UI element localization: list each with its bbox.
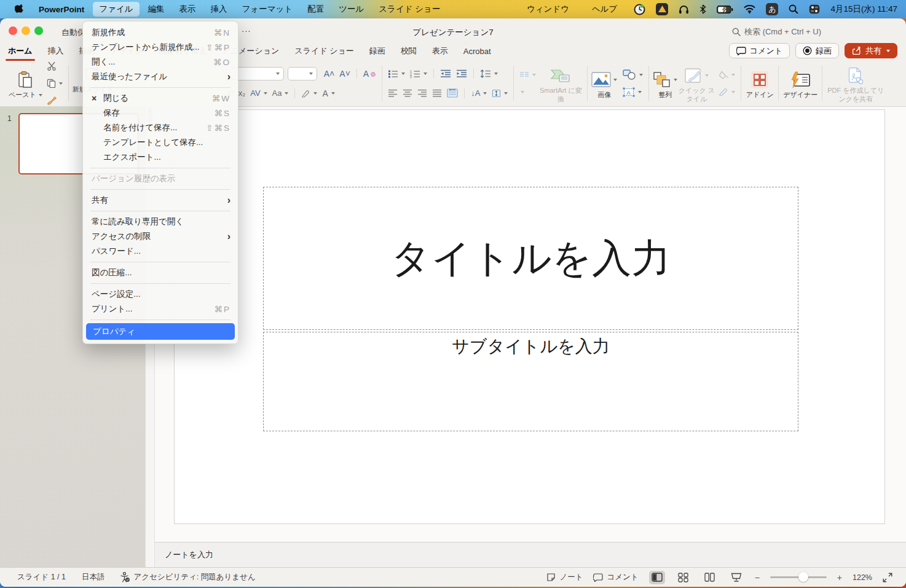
menubar-item-insert[interactable]: 挿入 [205, 2, 234, 17]
align-text-vertical-button[interactable] [490, 86, 510, 101]
fullscreen-button[interactable] [883, 573, 892, 582]
character-spacing-button[interactable]: AV [248, 86, 269, 101]
arrange-button[interactable]: 整列 [653, 68, 677, 99]
comments-toggle-button[interactable]: コメント [593, 572, 638, 582]
font-color-button[interactable]: A [320, 86, 336, 101]
control-center-icon[interactable] [809, 3, 820, 15]
shape-outline-button[interactable] [717, 85, 737, 100]
menubar-item-edit[interactable]: 編集 [142, 2, 171, 17]
zoom-slider[interactable] [770, 576, 827, 578]
increase-font-button[interactable]: A˄ [322, 66, 337, 81]
highlight-color-button[interactable] [299, 86, 319, 101]
menu-item-save-as-template[interactable]: テンプレートとして保存... [83, 135, 238, 150]
menubar-item-tools[interactable]: ツール [333, 2, 370, 17]
reading-view-button[interactable] [702, 571, 718, 584]
text-effects-button[interactable] [518, 85, 538, 100]
spotlight-icon[interactable] [789, 3, 798, 15]
clock-app-icon[interactable] [634, 3, 645, 15]
decrease-indent-button[interactable] [438, 66, 453, 81]
clear-formatting-button[interactable]: A [361, 66, 378, 81]
menu-item-new[interactable]: 新規作成⌘N [83, 25, 238, 40]
zoom-level[interactable]: 122% [853, 573, 872, 582]
menubar-item-file[interactable]: ファイル [93, 2, 139, 17]
record-button[interactable]: 録画 [795, 43, 839, 58]
tab-view[interactable]: 表示 [431, 43, 449, 59]
slide-sorter-view-button[interactable] [676, 571, 691, 584]
menubar-clock[interactable]: 4月15日(水) 11:47 [830, 4, 897, 15]
menu-item-export[interactable]: エクスポート... [83, 150, 238, 165]
copy-button[interactable] [45, 76, 65, 91]
menu-item-save-as[interactable]: 名前を付けて保存...⇧⌘S [83, 120, 238, 135]
menu-item-new-from-template[interactable]: テンプレートから新規作成...⇧⌘P [83, 40, 238, 55]
accessibility-status[interactable]: アクセシビリティ: 問題ありません [120, 572, 255, 582]
menu-item-passwords[interactable]: パスワード... [83, 244, 238, 259]
slide-canvas[interactable]: タイトルを入力 サブタイトルを入力 [174, 109, 885, 524]
share-button[interactable]: 共有 [845, 43, 897, 58]
menu-item-recent-files[interactable]: 最近使ったファイル [83, 69, 238, 84]
tab-review[interactable]: 校閲 [400, 43, 418, 59]
align-right-button[interactable] [416, 86, 429, 101]
menu-item-restrict-access[interactable]: アクセスの制限 [83, 229, 238, 244]
add-remove-columns-button[interactable] [445, 86, 460, 101]
columns-button[interactable] [518, 68, 538, 82]
menubar-item-format[interactable]: フォーマット [236, 2, 299, 17]
menubar-app-name[interactable]: PowerPoint [33, 3, 90, 16]
menu-item-close[interactable]: ×閉じる⌘W [83, 91, 238, 106]
tab-acrobat[interactable]: Acrobat [462, 44, 492, 58]
designer-button[interactable]: デザイナー [782, 68, 818, 99]
decrease-font-button[interactable]: A˅ [337, 66, 352, 81]
justify-button[interactable] [430, 86, 444, 101]
paste-button[interactable]: ペースト [9, 68, 42, 99]
align-center-button[interactable] [401, 86, 414, 101]
headphones-icon[interactable] [679, 3, 689, 15]
menubar-item-view[interactable]: 表示 [173, 2, 202, 17]
subtitle-placeholder[interactable]: サブタイトルを入力 [263, 332, 798, 431]
slideshow-view-button[interactable] [728, 571, 744, 584]
text-direction-button[interactable]: ↓A [469, 86, 489, 101]
menubar-item-help[interactable]: ヘルプ [586, 2, 623, 17]
battery-icon[interactable] [717, 3, 733, 15]
bullets-button[interactable] [386, 66, 407, 81]
notes-pane[interactable]: ノートを入力 [155, 542, 906, 567]
increase-indent-button[interactable] [454, 66, 469, 81]
font-size-select[interactable] [288, 67, 317, 80]
utility-app-icon[interactable] [656, 3, 668, 15]
zoom-out-button[interactable]: − [755, 573, 760, 582]
wifi-icon[interactable] [744, 3, 755, 15]
menu-item-page-setup[interactable]: ページ設定... [83, 287, 238, 302]
create-pdf-button[interactable]: PDF を作成してリンクを共有 [826, 63, 885, 103]
picture-button[interactable]: 画像 [591, 68, 617, 99]
zoom-slider-knob[interactable] [798, 572, 808, 582]
menubar-item-slideshow[interactable]: スライド ショー [372, 2, 446, 17]
quick-styles-button[interactable]: クイック スタイル [677, 63, 715, 103]
normal-view-button[interactable] [649, 571, 665, 584]
shape-fill-button[interactable] [717, 68, 737, 82]
bluetooth-icon[interactable] [699, 3, 706, 15]
input-source-icon[interactable]: あ [766, 3, 778, 15]
menu-item-properties[interactable]: プロパティ [86, 323, 235, 340]
tab-record[interactable]: 録画 [368, 43, 387, 59]
tab-home[interactable]: ホーム [7, 43, 34, 59]
cut-button[interactable] [45, 59, 65, 74]
zoom-in-button[interactable]: + [837, 573, 842, 582]
comments-button[interactable]: コメント [729, 43, 790, 58]
tab-insert[interactable]: 挿入 [47, 43, 65, 59]
numbering-button[interactable]: 123 [408, 66, 429, 81]
apple-menu-icon[interactable] [9, 2, 30, 17]
language-indicator[interactable]: 日本語 [82, 572, 105, 582]
menu-item-print[interactable]: プリント...⌘P [83, 302, 238, 316]
line-spacing-button[interactable] [478, 66, 500, 81]
menu-item-always-read-only[interactable]: 常に読み取り専用で開く [83, 214, 238, 229]
menu-item-compress-pictures[interactable]: 図の圧縮... [83, 265, 238, 280]
addins-button[interactable]: アドイン [745, 68, 774, 99]
text-box-button[interactable]: A [621, 85, 645, 100]
align-left-button[interactable] [386, 86, 400, 101]
title-placeholder[interactable]: タイトルを入力 [263, 187, 798, 330]
search-field[interactable]: 検索 (Cmd + Ctrl + U) [732, 26, 821, 37]
change-case-button[interactable]: Aa [270, 86, 291, 101]
menu-item-share[interactable]: 共有 [83, 193, 238, 208]
tab-slideshow[interactable]: スライド ショー [293, 43, 355, 59]
menubar-item-window[interactable]: ウィンドウ [521, 2, 575, 17]
menubar-item-arrange[interactable]: 配置 [301, 2, 330, 17]
shapes-button[interactable] [621, 68, 645, 82]
